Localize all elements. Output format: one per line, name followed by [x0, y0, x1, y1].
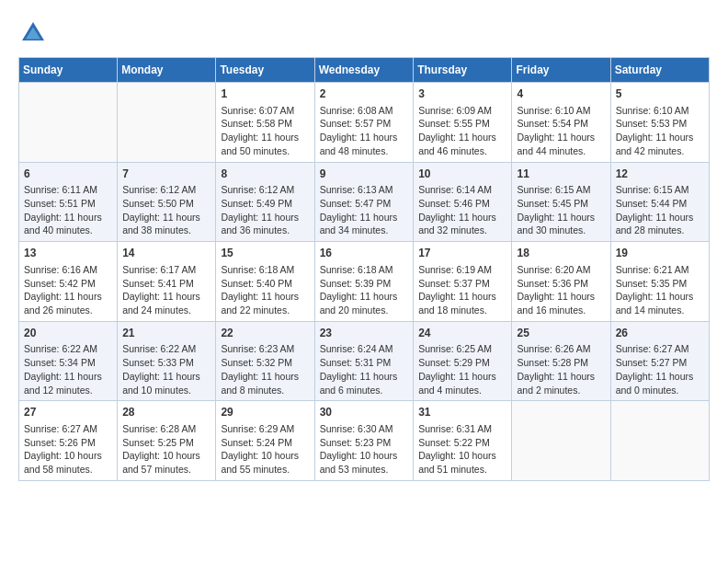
page-header — [18, 18, 710, 48]
day-content: Sunrise: 6:09 AM Sunset: 5:55 PM Dayligh… — [418, 104, 506, 158]
day-number: 21 — [122, 326, 210, 341]
day-number: 18 — [517, 246, 605, 261]
day-content: Sunrise: 6:25 AM Sunset: 5:29 PM Dayligh… — [418, 342, 506, 396]
calendar-cell: 8Sunrise: 6:12 AM Sunset: 5:49 PM Daylig… — [216, 162, 314, 242]
calendar-cell: 3Sunrise: 6:09 AM Sunset: 5:55 PM Daylig… — [414, 83, 512, 163]
day-number: 6 — [24, 167, 112, 182]
day-number: 4 — [517, 86, 605, 102]
day-content: Sunrise: 6:22 AM Sunset: 5:33 PM Dayligh… — [122, 342, 210, 396]
day-content: Sunrise: 6:23 AM Sunset: 5:32 PM Dayligh… — [221, 342, 309, 396]
day-number: 5 — [616, 86, 704, 102]
calendar-cell: 24Sunrise: 6:25 AM Sunset: 5:29 PM Dayli… — [414, 321, 512, 401]
header-day-tuesday: Tuesday — [216, 58, 314, 83]
calendar-cell: 27Sunrise: 6:27 AM Sunset: 5:26 PM Dayli… — [19, 401, 118, 481]
calendar-cell: 22Sunrise: 6:23 AM Sunset: 5:32 PM Dayli… — [216, 321, 314, 401]
day-content: Sunrise: 6:14 AM Sunset: 5:46 PM Dayligh… — [418, 183, 506, 237]
calendar-cell: 13Sunrise: 6:16 AM Sunset: 5:42 PM Dayli… — [19, 242, 118, 322]
calendar-cell: 26Sunrise: 6:27 AM Sunset: 5:27 PM Dayli… — [610, 321, 709, 401]
day-content: Sunrise: 6:17 AM Sunset: 5:41 PM Dayligh… — [122, 263, 210, 317]
day-number: 2 — [320, 86, 409, 102]
calendar-cell: 29Sunrise: 6:29 AM Sunset: 5:24 PM Dayli… — [216, 401, 314, 481]
day-content: Sunrise: 6:08 AM Sunset: 5:57 PM Dayligh… — [320, 104, 409, 158]
calendar-cell: 1Sunrise: 6:07 AM Sunset: 5:58 PM Daylig… — [216, 83, 314, 163]
day-content: Sunrise: 6:11 AM Sunset: 5:51 PM Dayligh… — [24, 183, 112, 237]
day-number: 22 — [221, 326, 309, 341]
day-number: 17 — [418, 246, 506, 261]
calendar-cell: 28Sunrise: 6:28 AM Sunset: 5:25 PM Dayli… — [118, 401, 216, 481]
calendar-cell: 14Sunrise: 6:17 AM Sunset: 5:41 PM Dayli… — [118, 242, 216, 322]
day-content: Sunrise: 6:15 AM Sunset: 5:44 PM Dayligh… — [616, 183, 704, 237]
day-content: Sunrise: 6:28 AM Sunset: 5:25 PM Dayligh… — [122, 422, 210, 477]
day-number: 31 — [418, 405, 506, 420]
day-number: 19 — [616, 246, 704, 261]
calendar-week-2: 6Sunrise: 6:11 AM Sunset: 5:51 PM Daylig… — [19, 162, 710, 242]
calendar-cell: 9Sunrise: 6:13 AM Sunset: 5:47 PM Daylig… — [314, 162, 414, 242]
day-content: Sunrise: 6:16 AM Sunset: 5:42 PM Dayligh… — [24, 263, 112, 317]
calendar-cell — [610, 401, 709, 481]
day-content: Sunrise: 6:13 AM Sunset: 5:47 PM Dayligh… — [320, 183, 409, 237]
header-day-friday: Friday — [512, 58, 610, 83]
header-day-saturday: Saturday — [610, 58, 709, 83]
day-number: 3 — [418, 86, 506, 102]
calendar-header: SundayMondayTuesdayWednesdayThursdayFrid… — [19, 58, 710, 83]
calendar-cell: 21Sunrise: 6:22 AM Sunset: 5:33 PM Dayli… — [118, 321, 216, 401]
calendar-cell: 5Sunrise: 6:10 AM Sunset: 5:53 PM Daylig… — [610, 83, 709, 163]
day-number: 11 — [517, 167, 605, 182]
day-number: 8 — [221, 167, 309, 182]
day-number: 27 — [24, 405, 112, 420]
day-number: 30 — [320, 405, 409, 420]
day-content: Sunrise: 6:12 AM Sunset: 5:50 PM Dayligh… — [122, 183, 210, 237]
day-number: 29 — [221, 405, 309, 420]
day-number: 23 — [320, 326, 409, 341]
calendar-cell: 4Sunrise: 6:10 AM Sunset: 5:54 PM Daylig… — [512, 83, 610, 163]
day-content: Sunrise: 6:18 AM Sunset: 5:39 PM Dayligh… — [320, 263, 409, 317]
calendar-cell: 16Sunrise: 6:18 AM Sunset: 5:39 PM Dayli… — [314, 242, 414, 322]
calendar-table: SundayMondayTuesdayWednesdayThursdayFrid… — [18, 57, 710, 481]
day-number: 15 — [221, 246, 309, 261]
day-number: 20 — [24, 326, 112, 341]
calendar-cell: 18Sunrise: 6:20 AM Sunset: 5:36 PM Dayli… — [512, 242, 610, 322]
day-number: 25 — [517, 326, 605, 341]
day-content: Sunrise: 6:15 AM Sunset: 5:45 PM Dayligh… — [517, 183, 605, 237]
day-number: 24 — [418, 326, 506, 341]
day-content: Sunrise: 6:19 AM Sunset: 5:37 PM Dayligh… — [418, 263, 506, 317]
day-content: Sunrise: 6:22 AM Sunset: 5:34 PM Dayligh… — [24, 342, 112, 396]
day-number: 7 — [122, 167, 210, 182]
calendar-cell: 2Sunrise: 6:08 AM Sunset: 5:57 PM Daylig… — [314, 83, 414, 163]
calendar-cell: 7Sunrise: 6:12 AM Sunset: 5:50 PM Daylig… — [118, 162, 216, 242]
day-content: Sunrise: 6:24 AM Sunset: 5:31 PM Dayligh… — [320, 342, 409, 396]
calendar-cell: 20Sunrise: 6:22 AM Sunset: 5:34 PM Dayli… — [19, 321, 118, 401]
day-content: Sunrise: 6:10 AM Sunset: 5:54 PM Dayligh… — [517, 104, 605, 158]
header-day-thursday: Thursday — [414, 58, 512, 83]
calendar-cell — [19, 83, 118, 163]
calendar-cell: 19Sunrise: 6:21 AM Sunset: 5:35 PM Dayli… — [610, 242, 709, 322]
day-number: 10 — [418, 167, 506, 182]
logo-icon — [18, 18, 48, 48]
day-content: Sunrise: 6:27 AM Sunset: 5:26 PM Dayligh… — [24, 422, 112, 477]
day-content: Sunrise: 6:27 AM Sunset: 5:27 PM Dayligh… — [616, 342, 704, 396]
calendar-cell: 10Sunrise: 6:14 AM Sunset: 5:46 PM Dayli… — [414, 162, 512, 242]
calendar-cell: 31Sunrise: 6:31 AM Sunset: 5:22 PM Dayli… — [414, 401, 512, 481]
day-content: Sunrise: 6:26 AM Sunset: 5:28 PM Dayligh… — [517, 342, 605, 396]
calendar-cell: 30Sunrise: 6:30 AM Sunset: 5:23 PM Dayli… — [314, 401, 414, 481]
day-content: Sunrise: 6:20 AM Sunset: 5:36 PM Dayligh… — [517, 263, 605, 317]
calendar-week-4: 20Sunrise: 6:22 AM Sunset: 5:34 PM Dayli… — [19, 321, 710, 401]
header-row: SundayMondayTuesdayWednesdayThursdayFrid… — [19, 58, 710, 83]
header-day-sunday: Sunday — [19, 58, 118, 83]
calendar-cell: 25Sunrise: 6:26 AM Sunset: 5:28 PM Dayli… — [512, 321, 610, 401]
day-content: Sunrise: 6:10 AM Sunset: 5:53 PM Dayligh… — [616, 104, 704, 158]
calendar-cell: 23Sunrise: 6:24 AM Sunset: 5:31 PM Dayli… — [314, 321, 414, 401]
day-number: 9 — [320, 167, 409, 182]
day-content: Sunrise: 6:31 AM Sunset: 5:22 PM Dayligh… — [418, 422, 506, 477]
calendar-cell: 17Sunrise: 6:19 AM Sunset: 5:37 PM Dayli… — [414, 242, 512, 322]
day-number: 16 — [320, 246, 409, 261]
calendar-cell: 12Sunrise: 6:15 AM Sunset: 5:44 PM Dayli… — [610, 162, 709, 242]
day-number: 14 — [122, 246, 210, 261]
day-content: Sunrise: 6:29 AM Sunset: 5:24 PM Dayligh… — [221, 422, 309, 477]
calendar-cell: 6Sunrise: 6:11 AM Sunset: 5:51 PM Daylig… — [19, 162, 118, 242]
day-content: Sunrise: 6:30 AM Sunset: 5:23 PM Dayligh… — [320, 422, 409, 477]
logo — [18, 18, 51, 48]
day-content: Sunrise: 6:07 AM Sunset: 5:58 PM Dayligh… — [221, 104, 309, 158]
day-content: Sunrise: 6:21 AM Sunset: 5:35 PM Dayligh… — [616, 263, 704, 317]
calendar-week-3: 13Sunrise: 6:16 AM Sunset: 5:42 PM Dayli… — [19, 242, 710, 322]
